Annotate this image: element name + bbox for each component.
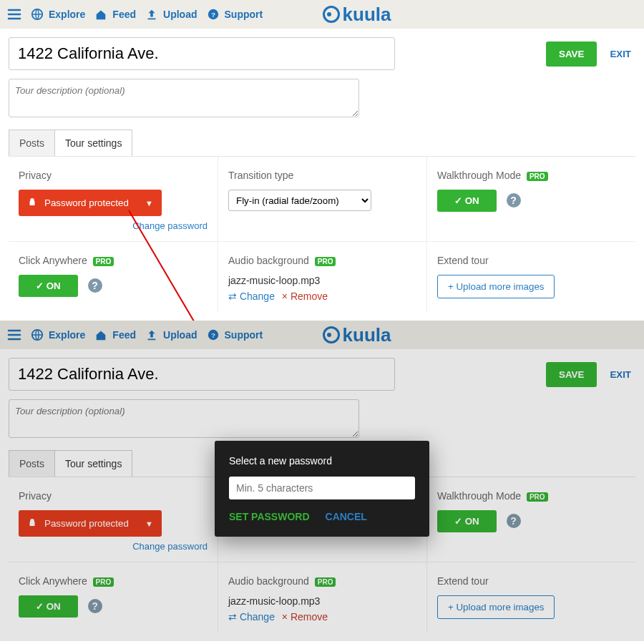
audio-filename: jazz-music-loop.mp3: [228, 275, 416, 286]
nav-feed-label: Feed: [112, 9, 136, 20]
upload-more-button[interactable]: + Upload more images: [437, 275, 555, 298]
cancel-button[interactable]: CANCEL: [326, 511, 367, 522]
extend-label: Extend tour: [437, 255, 625, 266]
globe-icon: [30, 7, 44, 21]
audio-change-link[interactable]: Change: [240, 291, 275, 302]
transition-label: Transition type: [228, 170, 416, 181]
walkthrough-label: Walkthrough Mode PRO: [437, 170, 625, 181]
password-modal: Select a new password SET PASSWORD CANCE…: [215, 441, 429, 537]
lock-icon: [27, 197, 37, 209]
exit-button[interactable]: EXIT: [605, 48, 635, 60]
set-password-button[interactable]: SET PASSWORD: [229, 511, 310, 522]
svg-text:?: ?: [210, 11, 215, 19]
brand-text: kuula: [343, 4, 391, 26]
pro-badge: PRO: [315, 257, 336, 266]
audio-label: Audio background PRO: [228, 255, 416, 266]
home-icon: [94, 7, 108, 21]
click-anywhere-toggle[interactable]: ✓ ON: [19, 275, 78, 297]
password-input[interactable]: [229, 477, 415, 499]
transition-select[interactable]: Fly-in (radial fade/zoom): [228, 190, 371, 211]
nav-support[interactable]: ? Support: [206, 7, 263, 21]
tab-tour-settings[interactable]: Tour settings: [55, 130, 132, 156]
click-anywhere-help-icon[interactable]: ?: [88, 278, 102, 293]
help-icon: ?: [206, 7, 220, 21]
change-password-link[interactable]: Change password: [19, 220, 208, 231]
walkthrough-toggle[interactable]: ✓ ON: [437, 190, 497, 212]
tab-posts[interactable]: Posts: [9, 130, 55, 156]
nav-explore[interactable]: Explore: [30, 7, 85, 21]
modal-title: Select a new password: [229, 455, 415, 467]
upload-icon: [145, 7, 159, 21]
nav-support-label: Support: [225, 9, 263, 20]
top-nav: Explore Feed Upload ? Support: [0, 0, 644, 29]
pro-badge: PRO: [93, 257, 114, 266]
nav-upload[interactable]: Upload: [145, 7, 197, 21]
pro-badge: PRO: [527, 172, 548, 181]
audio-remove-link[interactable]: × Remove: [282, 291, 328, 302]
chevron-down-icon: ▼: [145, 199, 153, 208]
privacy-select[interactable]: Password protected ▼: [19, 190, 162, 216]
save-button[interactable]: SAVE: [546, 42, 597, 67]
privacy-value: Password protected: [44, 197, 138, 208]
tour-title-input[interactable]: [9, 37, 395, 70]
click-anywhere-label: Click Anywhere PRO: [19, 255, 208, 266]
nav-explore-label: Explore: [49, 9, 85, 20]
brand-logo[interactable]: kuula: [323, 4, 391, 26]
nav-feed[interactable]: Feed: [94, 7, 136, 21]
logo-icon: [323, 6, 340, 23]
swap-icon: ⇄: [228, 291, 237, 302]
menu-icon[interactable]: [7, 7, 21, 21]
nav-upload-label: Upload: [163, 9, 197, 20]
privacy-label: Privacy: [19, 170, 208, 181]
walkthrough-help-icon[interactable]: ?: [507, 193, 521, 208]
tour-description-input[interactable]: [9, 79, 359, 117]
